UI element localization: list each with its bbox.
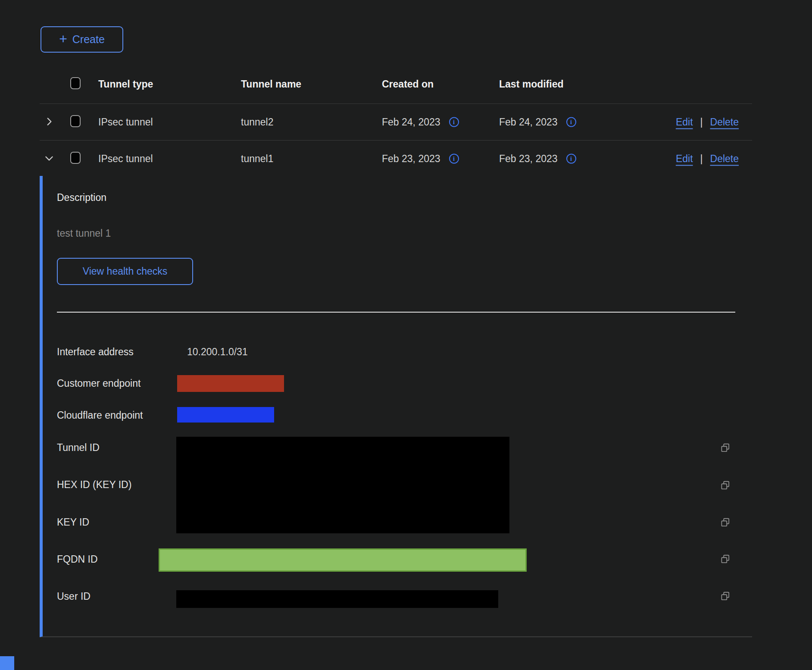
info-icon[interactable]: i: [449, 117, 459, 127]
copy-icon[interactable]: [720, 480, 731, 491]
column-header-created-on: Created on: [382, 78, 434, 90]
edit-link[interactable]: Edit: [676, 153, 693, 165]
hex-id-label: HEX ID (KEY ID): [57, 478, 131, 491]
fqdn-id-label: FQDN ID: [57, 553, 98, 566]
user-id-label: User ID: [57, 590, 91, 603]
copy-icon[interactable]: [720, 442, 731, 454]
interface-address-label: Interface address: [57, 345, 134, 358]
table-row-tunnel2: IPsec tunnel tunnel2 Feb 24, 2023 i Feb …: [40, 104, 752, 141]
chevron-right-icon[interactable]: [43, 115, 56, 128]
user-id-redacted-value: [176, 590, 498, 608]
tunnel-id-label: Tunnel ID: [57, 441, 100, 454]
description-value: test tunnel 1: [57, 228, 111, 239]
tunnel-type-cell: IPsec tunnel: [98, 116, 153, 128]
section-divider: [57, 312, 735, 313]
table-row-tunnel1: IPsec tunnel tunnel1 Feb 23, 2023 i Feb …: [40, 141, 752, 177]
tunnel-name-cell: tunnel1: [241, 153, 273, 165]
delete-link[interactable]: Delete: [710, 153, 739, 165]
copy-icon[interactable]: [720, 517, 731, 528]
tunnel-type-cell: IPsec tunnel: [98, 153, 153, 165]
customer-endpoint-redacted-value: [177, 375, 284, 392]
create-button[interactable]: + Create: [41, 26, 123, 53]
info-icon[interactable]: i: [566, 117, 576, 127]
last-modified-cell: Feb 24, 2023: [499, 116, 558, 128]
bottom-left-partial-element: [0, 656, 14, 670]
copy-icon[interactable]: [720, 591, 731, 602]
cloudflare-endpoint-redacted-value: [177, 407, 274, 423]
actions-separator: |: [700, 153, 703, 165]
delete-link[interactable]: Delete: [710, 116, 739, 128]
interface-address-value: 10.200.1.0/31: [187, 345, 248, 358]
actions-separator: |: [700, 116, 703, 128]
tunnels-table: Tunnel type Tunnel name Created on Last …: [40, 65, 752, 177]
fqdn-id-redacted-value: [159, 548, 527, 572]
column-header-tunnel-name: Tunnel name: [241, 78, 301, 90]
view-health-checks-button[interactable]: View health checks: [57, 258, 193, 285]
select-all-checkbox[interactable]: [70, 77, 81, 89]
chevron-down-icon[interactable]: [43, 152, 56, 165]
column-header-tunnel-type: Tunnel type: [98, 78, 153, 90]
row-checkbox[interactable]: [70, 152, 81, 164]
tunnels-page: + Create Tunnel type Tunnel name Created…: [0, 0, 812, 670]
create-button-label: Create: [72, 33, 105, 46]
created-on-cell: Feb 24, 2023: [382, 116, 440, 128]
info-icon[interactable]: i: [449, 154, 459, 164]
column-header-last-modified: Last modified: [499, 78, 564, 90]
key-id-label: KEY ID: [57, 516, 89, 529]
customer-endpoint-label: Customer endpoint: [57, 377, 141, 390]
cloudflare-endpoint-label: Cloudflare endpoint: [57, 409, 143, 422]
info-icon[interactable]: i: [566, 154, 576, 164]
copy-icon[interactable]: [720, 554, 731, 565]
table-header-row: Tunnel type Tunnel name Created on Last …: [40, 65, 752, 104]
description-label: Description: [57, 192, 106, 204]
last-modified-cell: Feb 23, 2023: [499, 153, 558, 165]
tunnel-name-cell: tunnel2: [241, 116, 273, 128]
edit-link[interactable]: Edit: [676, 116, 693, 128]
created-on-cell: Feb 23, 2023: [382, 153, 440, 165]
expanded-tunnel-details: Description test tunnel 1 View health ch…: [40, 176, 752, 637]
row-checkbox[interactable]: [70, 115, 81, 127]
plus-icon: +: [59, 32, 67, 46]
id-values-redacted-block: [176, 437, 509, 533]
